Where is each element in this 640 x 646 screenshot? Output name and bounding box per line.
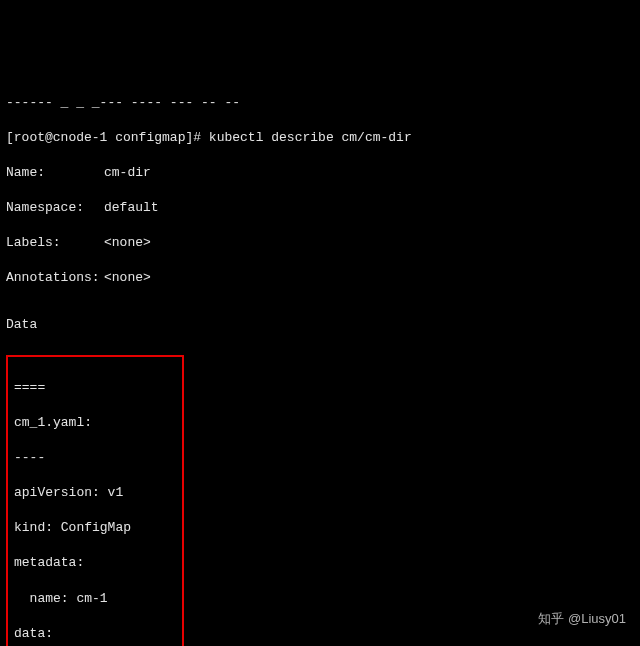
- block1-line: name: cm-1: [14, 590, 176, 608]
- block1-line: metadata:: [14, 554, 176, 572]
- block1-dash: ----: [14, 449, 176, 467]
- block1-line: kind: ConfigMap: [14, 519, 176, 537]
- meta-namespace-value: default: [104, 200, 159, 215]
- truncated-top-line: ------ _ _ _--- ---- --- -- --: [6, 94, 634, 112]
- meta-annotations: Annotations:<none>: [6, 269, 634, 287]
- block1-line: apiVersion: v1: [14, 484, 176, 502]
- meta-name-value: cm-dir: [104, 165, 151, 180]
- meta-labels-label: Labels:: [6, 234, 104, 252]
- watermark: 知乎 @Liusy01: [538, 610, 626, 628]
- meta-labels-value: <none>: [104, 235, 151, 250]
- prompt-user-host: [root@cnode-1 configmap]#: [6, 130, 201, 145]
- meta-annotations-label: Annotations:: [6, 269, 104, 287]
- meta-annotations-value: <none>: [104, 270, 151, 285]
- data-header: Data: [6, 316, 634, 334]
- meta-labels: Labels:<none>: [6, 234, 634, 252]
- block1-title: cm_1.yaml:: [14, 414, 176, 432]
- terminal-output: ------ _ _ _--- ---- --- -- -- [root@cno…: [6, 76, 634, 646]
- data-sep: ====: [14, 379, 176, 397]
- data-block-cm1: ==== cm_1.yaml: ---- apiVersion: v1 kind…: [6, 355, 184, 646]
- meta-name: Name:cm-dir: [6, 164, 634, 182]
- meta-namespace-label: Namespace:: [6, 199, 104, 217]
- prompt-command: kubectl describe cm/cm-dir: [209, 130, 412, 145]
- meta-namespace: Namespace:default: [6, 199, 634, 217]
- prompt-line-1: [root@cnode-1 configmap]# kubectl descri…: [6, 129, 634, 147]
- meta-name-label: Name:: [6, 164, 104, 182]
- block1-line: data:: [14, 625, 176, 643]
